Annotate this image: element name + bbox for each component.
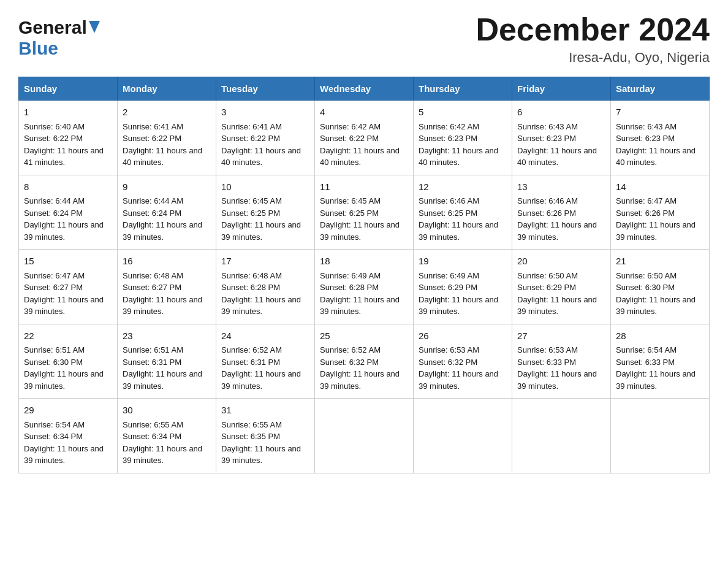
day-info: Sunrise: 6:54 AMSunset: 6:33 PMDaylight:…: [616, 345, 696, 391]
day-info: Sunrise: 6:48 AMSunset: 6:27 PMDaylight:…: [123, 271, 202, 316]
day-number: 4: [320, 105, 408, 120]
day-number: 28: [616, 329, 704, 343]
day-info: Sunrise: 6:46 AMSunset: 6:25 PMDaylight:…: [419, 196, 498, 242]
day-info: Sunrise: 6:43 AMSunset: 6:23 PMDaylight:…: [616, 122, 696, 167]
day-number: 1: [24, 105, 112, 120]
day-number: 9: [123, 180, 211, 194]
table-row: 24Sunrise: 6:52 AMSunset: 6:31 PMDayligh…: [216, 324, 315, 399]
day-info: Sunrise: 6:44 AMSunset: 6:24 PMDaylight:…: [123, 196, 202, 242]
logo-triangle-icon: [89, 21, 100, 36]
logo-blue-text: Blue: [18, 38, 58, 58]
day-number: 25: [320, 329, 408, 343]
day-info: Sunrise: 6:42 AMSunset: 6:22 PMDaylight:…: [320, 122, 400, 167]
day-number: 20: [517, 255, 605, 269]
table-row: [512, 399, 611, 473]
day-info: Sunrise: 6:50 AMSunset: 6:29 PMDaylight:…: [517, 271, 597, 316]
day-number: 7: [616, 105, 704, 120]
table-row: 17Sunrise: 6:48 AMSunset: 6:28 PMDayligh…: [216, 250, 315, 324]
calendar-header-row: Sunday Monday Tuesday Wednesday Thursday…: [19, 77, 710, 101]
table-row: 8Sunrise: 6:44 AMSunset: 6:24 PMDaylight…: [19, 175, 118, 250]
table-row: 11Sunrise: 6:45 AMSunset: 6:25 PMDayligh…: [315, 175, 414, 250]
day-number: 29: [24, 404, 112, 418]
page-header: General Blue December 2024 Iresa-Adu, Oy…: [18, 12, 710, 66]
table-row: 21Sunrise: 6:50 AMSunset: 6:30 PMDayligh…: [611, 250, 710, 324]
table-row: 28Sunrise: 6:54 AMSunset: 6:33 PMDayligh…: [611, 324, 710, 399]
day-number: 14: [616, 180, 704, 194]
col-header-thursday: Thursday: [414, 77, 512, 101]
day-info: Sunrise: 6:51 AMSunset: 6:30 PMDaylight:…: [24, 345, 104, 391]
day-info: Sunrise: 6:55 AMSunset: 6:34 PMDaylight:…: [123, 420, 202, 465]
day-number: 24: [221, 329, 309, 343]
day-number: 21: [616, 255, 704, 269]
calendar-week-row: 29Sunrise: 6:54 AMSunset: 6:34 PMDayligh…: [19, 399, 710, 473]
day-number: 6: [517, 105, 605, 120]
day-number: 22: [24, 329, 112, 343]
col-header-wednesday: Wednesday: [315, 77, 414, 101]
day-info: Sunrise: 6:53 AMSunset: 6:32 PMDaylight:…: [419, 345, 498, 391]
day-number: 18: [320, 255, 408, 269]
calendar-week-row: 15Sunrise: 6:47 AMSunset: 6:27 PMDayligh…: [19, 250, 710, 324]
table-row: [414, 399, 512, 473]
day-number: 15: [24, 255, 112, 269]
table-row: 26Sunrise: 6:53 AMSunset: 6:32 PMDayligh…: [414, 324, 512, 399]
day-info: Sunrise: 6:54 AMSunset: 6:34 PMDaylight:…: [24, 420, 104, 465]
table-row: 1Sunrise: 6:40 AMSunset: 6:22 PMDaylight…: [19, 101, 118, 175]
day-number: 19: [419, 255, 507, 269]
day-info: Sunrise: 6:52 AMSunset: 6:32 PMDaylight:…: [320, 345, 400, 391]
day-info: Sunrise: 6:51 AMSunset: 6:31 PMDaylight:…: [123, 345, 202, 391]
day-number: 17: [221, 255, 309, 269]
day-number: 30: [123, 404, 211, 418]
day-info: Sunrise: 6:50 AMSunset: 6:30 PMDaylight:…: [616, 271, 696, 316]
calendar-table: Sunday Monday Tuesday Wednesday Thursday…: [18, 77, 710, 473]
day-info: Sunrise: 6:44 AMSunset: 6:24 PMDaylight:…: [24, 196, 104, 242]
day-info: Sunrise: 6:47 AMSunset: 6:27 PMDaylight:…: [24, 271, 104, 316]
day-number: 26: [419, 329, 507, 343]
col-header-friday: Friday: [512, 77, 611, 101]
day-number: 11: [320, 180, 408, 194]
table-row: 20Sunrise: 6:50 AMSunset: 6:29 PMDayligh…: [512, 250, 611, 324]
table-row: [315, 399, 414, 473]
day-number: 10: [221, 180, 309, 194]
day-number: 27: [517, 329, 605, 343]
table-row: 23Sunrise: 6:51 AMSunset: 6:31 PMDayligh…: [118, 324, 216, 399]
table-row: 19Sunrise: 6:49 AMSunset: 6:29 PMDayligh…: [414, 250, 512, 324]
day-info: Sunrise: 6:49 AMSunset: 6:28 PMDaylight:…: [320, 271, 400, 316]
col-header-tuesday: Tuesday: [216, 77, 315, 101]
col-header-saturday: Saturday: [611, 77, 710, 101]
table-row: 10Sunrise: 6:45 AMSunset: 6:25 PMDayligh…: [216, 175, 315, 250]
table-row: 15Sunrise: 6:47 AMSunset: 6:27 PMDayligh…: [19, 250, 118, 324]
calendar-subtitle: Iresa-Adu, Oyo, Nigeria: [476, 50, 710, 66]
calendar-week-row: 1Sunrise: 6:40 AMSunset: 6:22 PMDaylight…: [19, 101, 710, 175]
day-info: Sunrise: 6:45 AMSunset: 6:25 PMDaylight:…: [320, 196, 400, 242]
calendar-week-row: 22Sunrise: 6:51 AMSunset: 6:30 PMDayligh…: [19, 324, 710, 399]
day-number: 5: [419, 105, 507, 120]
col-header-monday: Monday: [118, 77, 216, 101]
day-info: Sunrise: 6:55 AMSunset: 6:35 PMDaylight:…: [221, 420, 301, 465]
day-number: 13: [517, 180, 605, 194]
table-row: 29Sunrise: 6:54 AMSunset: 6:34 PMDayligh…: [19, 399, 118, 473]
table-row: 9Sunrise: 6:44 AMSunset: 6:24 PMDaylight…: [118, 175, 216, 250]
day-info: Sunrise: 6:45 AMSunset: 6:25 PMDaylight:…: [221, 196, 301, 242]
table-row: 6Sunrise: 6:43 AMSunset: 6:23 PMDaylight…: [512, 101, 611, 175]
day-info: Sunrise: 6:40 AMSunset: 6:22 PMDaylight:…: [24, 122, 104, 167]
day-info: Sunrise: 6:52 AMSunset: 6:31 PMDaylight:…: [221, 345, 301, 391]
day-info: Sunrise: 6:43 AMSunset: 6:23 PMDaylight:…: [517, 122, 597, 167]
table-row: 3Sunrise: 6:41 AMSunset: 6:22 PMDaylight…: [216, 101, 315, 175]
day-info: Sunrise: 6:47 AMSunset: 6:26 PMDaylight:…: [616, 196, 696, 242]
table-row: [611, 399, 710, 473]
table-row: 13Sunrise: 6:46 AMSunset: 6:26 PMDayligh…: [512, 175, 611, 250]
day-info: Sunrise: 6:41 AMSunset: 6:22 PMDaylight:…: [221, 122, 301, 167]
day-info: Sunrise: 6:53 AMSunset: 6:33 PMDaylight:…: [517, 345, 597, 391]
table-row: 30Sunrise: 6:55 AMSunset: 6:34 PMDayligh…: [118, 399, 216, 473]
day-info: Sunrise: 6:48 AMSunset: 6:28 PMDaylight:…: [221, 271, 301, 316]
table-row: 14Sunrise: 6:47 AMSunset: 6:26 PMDayligh…: [611, 175, 710, 250]
day-number: 3: [221, 105, 309, 120]
table-row: 16Sunrise: 6:48 AMSunset: 6:27 PMDayligh…: [118, 250, 216, 324]
svg-marker-0: [89, 21, 100, 33]
table-row: 12Sunrise: 6:46 AMSunset: 6:25 PMDayligh…: [414, 175, 512, 250]
calendar-week-row: 8Sunrise: 6:44 AMSunset: 6:24 PMDaylight…: [19, 175, 710, 250]
table-row: 5Sunrise: 6:42 AMSunset: 6:23 PMDaylight…: [414, 101, 512, 175]
table-row: 31Sunrise: 6:55 AMSunset: 6:35 PMDayligh…: [216, 399, 315, 473]
table-row: 27Sunrise: 6:53 AMSunset: 6:33 PMDayligh…: [512, 324, 611, 399]
table-row: 25Sunrise: 6:52 AMSunset: 6:32 PMDayligh…: [315, 324, 414, 399]
